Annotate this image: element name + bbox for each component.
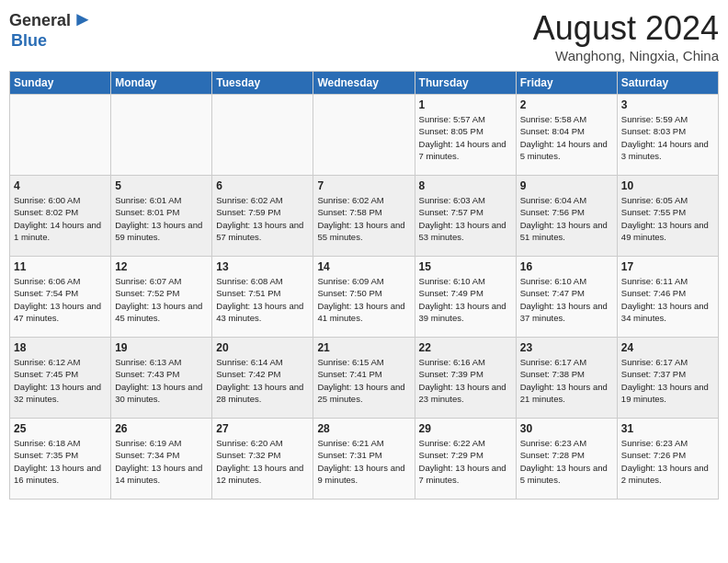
week-row-5: 25Sunrise: 6:18 AMSunset: 7:35 PMDayligh… bbox=[10, 419, 719, 500]
day-number: 9 bbox=[520, 179, 613, 192]
day-cell: 17Sunrise: 6:11 AMSunset: 7:46 PMDayligh… bbox=[617, 257, 718, 338]
weekday-header-saturday: Saturday bbox=[617, 72, 718, 95]
week-row-4: 18Sunrise: 6:12 AMSunset: 7:45 PMDayligh… bbox=[10, 338, 719, 419]
day-number: 30 bbox=[520, 422, 613, 435]
day-info: Sunrise: 6:14 AMSunset: 7:42 PMDaylight:… bbox=[216, 356, 309, 405]
day-cell bbox=[10, 95, 111, 176]
day-cell bbox=[313, 95, 415, 176]
day-cell: 26Sunrise: 6:19 AMSunset: 7:34 PMDayligh… bbox=[111, 419, 212, 500]
day-info: Sunrise: 6:11 AMSunset: 7:46 PMDaylight:… bbox=[621, 275, 714, 324]
logo-general-text: General bbox=[9, 11, 71, 30]
week-row-3: 11Sunrise: 6:06 AMSunset: 7:54 PMDayligh… bbox=[10, 257, 719, 338]
day-info: Sunrise: 5:57 AMSunset: 8:05 PMDaylight:… bbox=[419, 113, 512, 162]
day-number: 6 bbox=[216, 179, 309, 192]
day-info: Sunrise: 6:18 AMSunset: 7:35 PMDaylight:… bbox=[14, 437, 107, 486]
day-cell: 28Sunrise: 6:21 AMSunset: 7:31 PMDayligh… bbox=[313, 419, 415, 500]
day-number: 23 bbox=[520, 341, 613, 354]
weekday-header-row: SundayMondayTuesdayWednesdayThursdayFrid… bbox=[10, 72, 719, 95]
day-info: Sunrise: 6:17 AMSunset: 7:38 PMDaylight:… bbox=[520, 356, 613, 405]
day-cell: 13Sunrise: 6:08 AMSunset: 7:51 PMDayligh… bbox=[212, 257, 313, 338]
day-info: Sunrise: 6:20 AMSunset: 7:32 PMDaylight:… bbox=[216, 437, 309, 486]
day-number: 16 bbox=[520, 260, 613, 273]
day-number: 28 bbox=[317, 422, 410, 435]
day-info: Sunrise: 6:21 AMSunset: 7:31 PMDaylight:… bbox=[317, 437, 410, 486]
day-cell bbox=[212, 95, 313, 176]
day-number: 8 bbox=[419, 179, 512, 192]
month-year-title: August 2024 bbox=[533, 9, 719, 48]
day-info: Sunrise: 6:17 AMSunset: 7:37 PMDaylight:… bbox=[621, 356, 714, 405]
weekday-header-wednesday: Wednesday bbox=[313, 72, 415, 95]
day-number: 29 bbox=[419, 422, 512, 435]
day-info: Sunrise: 6:16 AMSunset: 7:39 PMDaylight:… bbox=[419, 356, 512, 405]
day-info: Sunrise: 6:07 AMSunset: 7:52 PMDaylight:… bbox=[115, 275, 208, 324]
week-row-1: 1Sunrise: 5:57 AMSunset: 8:05 PMDaylight… bbox=[10, 95, 719, 176]
day-number: 11 bbox=[14, 260, 107, 273]
day-info: Sunrise: 5:58 AMSunset: 8:04 PMDaylight:… bbox=[520, 113, 613, 162]
page-header: General ► Blue August 2024 Wanghong, Nin… bbox=[9, 9, 719, 63]
day-info: Sunrise: 6:23 AMSunset: 7:26 PMDaylight:… bbox=[621, 437, 714, 486]
day-cell: 22Sunrise: 6:16 AMSunset: 7:39 PMDayligh… bbox=[415, 338, 516, 419]
day-cell: 1Sunrise: 5:57 AMSunset: 8:05 PMDaylight… bbox=[415, 95, 516, 176]
weekday-header-thursday: Thursday bbox=[415, 72, 516, 95]
day-cell: 3Sunrise: 5:59 AMSunset: 8:03 PMDaylight… bbox=[617, 95, 718, 176]
day-cell: 30Sunrise: 6:23 AMSunset: 7:28 PMDayligh… bbox=[516, 419, 617, 500]
day-info: Sunrise: 6:04 AMSunset: 7:56 PMDaylight:… bbox=[520, 194, 613, 243]
day-number: 14 bbox=[317, 260, 410, 273]
day-number: 3 bbox=[621, 98, 714, 111]
day-cell: 4Sunrise: 6:00 AMSunset: 8:02 PMDaylight… bbox=[10, 176, 111, 257]
day-number: 26 bbox=[115, 422, 208, 435]
day-number: 20 bbox=[216, 341, 309, 354]
day-info: Sunrise: 6:10 AMSunset: 7:49 PMDaylight:… bbox=[419, 275, 512, 324]
day-info: Sunrise: 6:05 AMSunset: 7:55 PMDaylight:… bbox=[621, 194, 714, 243]
day-number: 2 bbox=[520, 98, 613, 111]
day-cell: 12Sunrise: 6:07 AMSunset: 7:52 PMDayligh… bbox=[111, 257, 212, 338]
day-number: 22 bbox=[419, 341, 512, 354]
day-number: 21 bbox=[317, 341, 410, 354]
day-info: Sunrise: 6:06 AMSunset: 7:54 PMDaylight:… bbox=[14, 275, 107, 324]
day-number: 31 bbox=[621, 422, 714, 435]
day-number: 1 bbox=[419, 98, 512, 111]
day-cell: 27Sunrise: 6:20 AMSunset: 7:32 PMDayligh… bbox=[212, 419, 313, 500]
day-number: 25 bbox=[14, 422, 107, 435]
day-cell: 20Sunrise: 6:14 AMSunset: 7:42 PMDayligh… bbox=[212, 338, 313, 419]
day-info: Sunrise: 6:23 AMSunset: 7:28 PMDaylight:… bbox=[520, 437, 613, 486]
day-number: 7 bbox=[317, 179, 410, 192]
logo-arrow-icon: ► bbox=[73, 7, 93, 31]
day-info: Sunrise: 6:01 AMSunset: 8:01 PMDaylight:… bbox=[115, 194, 208, 243]
day-cell: 25Sunrise: 6:18 AMSunset: 7:35 PMDayligh… bbox=[10, 419, 111, 500]
day-info: Sunrise: 5:59 AMSunset: 8:03 PMDaylight:… bbox=[621, 113, 714, 162]
day-cell: 11Sunrise: 6:06 AMSunset: 7:54 PMDayligh… bbox=[10, 257, 111, 338]
day-cell bbox=[111, 95, 212, 176]
day-cell: 15Sunrise: 6:10 AMSunset: 7:49 PMDayligh… bbox=[415, 257, 516, 338]
logo-blue-text: Blue bbox=[11, 31, 47, 51]
day-info: Sunrise: 6:13 AMSunset: 7:43 PMDaylight:… bbox=[115, 356, 208, 405]
weekday-header-friday: Friday bbox=[516, 72, 617, 95]
day-info: Sunrise: 6:02 AMSunset: 7:58 PMDaylight:… bbox=[317, 194, 410, 243]
weekday-header-monday: Monday bbox=[111, 72, 212, 95]
day-cell: 23Sunrise: 6:17 AMSunset: 7:38 PMDayligh… bbox=[516, 338, 617, 419]
day-cell: 6Sunrise: 6:02 AMSunset: 7:59 PMDaylight… bbox=[212, 176, 313, 257]
week-row-2: 4Sunrise: 6:00 AMSunset: 8:02 PMDaylight… bbox=[10, 176, 719, 257]
day-cell: 18Sunrise: 6:12 AMSunset: 7:45 PMDayligh… bbox=[10, 338, 111, 419]
day-number: 10 bbox=[621, 179, 714, 192]
day-number: 19 bbox=[115, 341, 208, 354]
day-info: Sunrise: 6:19 AMSunset: 7:34 PMDaylight:… bbox=[115, 437, 208, 486]
day-number: 13 bbox=[216, 260, 309, 273]
day-cell: 5Sunrise: 6:01 AMSunset: 8:01 PMDaylight… bbox=[111, 176, 212, 257]
day-info: Sunrise: 6:00 AMSunset: 8:02 PMDaylight:… bbox=[14, 194, 107, 243]
day-cell: 2Sunrise: 5:58 AMSunset: 8:04 PMDaylight… bbox=[516, 95, 617, 176]
day-cell: 19Sunrise: 6:13 AMSunset: 7:43 PMDayligh… bbox=[111, 338, 212, 419]
day-number: 12 bbox=[115, 260, 208, 273]
day-number: 18 bbox=[14, 341, 107, 354]
day-info: Sunrise: 6:09 AMSunset: 7:50 PMDaylight:… bbox=[317, 275, 410, 324]
weekday-header-tuesday: Tuesday bbox=[212, 72, 313, 95]
day-number: 24 bbox=[621, 341, 714, 354]
day-number: 15 bbox=[419, 260, 512, 273]
logo: General ► Blue bbox=[9, 9, 93, 51]
day-number: 5 bbox=[115, 179, 208, 192]
calendar-table: SundayMondayTuesdayWednesdayThursdayFrid… bbox=[9, 71, 719, 500]
day-info: Sunrise: 6:02 AMSunset: 7:59 PMDaylight:… bbox=[216, 194, 309, 243]
day-cell: 10Sunrise: 6:05 AMSunset: 7:55 PMDayligh… bbox=[617, 176, 718, 257]
day-number: 17 bbox=[621, 260, 714, 273]
day-cell: 24Sunrise: 6:17 AMSunset: 7:37 PMDayligh… bbox=[617, 338, 718, 419]
